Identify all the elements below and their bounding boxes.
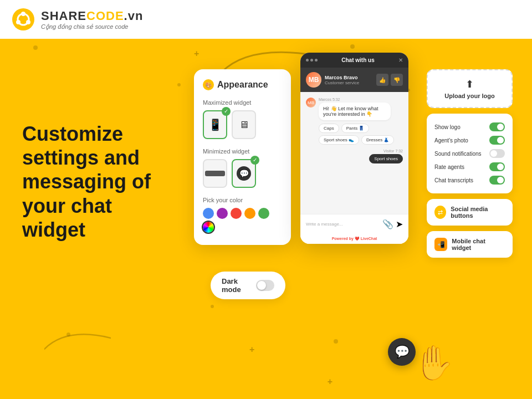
agent-avatar: MB bbox=[306, 72, 321, 88]
dark-mode-panel: Dark mode bbox=[211, 272, 285, 299]
dot1 bbox=[306, 59, 309, 62]
agent-name: Marcos Bravo bbox=[325, 75, 359, 80]
chat-header: Chat with us ✕ bbox=[300, 53, 408, 68]
rate-agents-row: Rate agents bbox=[434, 160, 505, 173]
hero-line3: messaging of bbox=[22, 170, 151, 193]
agent-info: MB Marcos Bravo Customer service bbox=[306, 72, 359, 88]
hero-text: Customize settings and messaging of your… bbox=[22, 122, 177, 242]
msg-timestamp: Marcos 5:32 bbox=[319, 98, 403, 101]
chat-window: Chat with us ✕ MB Marcos Bravo Customer … bbox=[300, 53, 408, 244]
color-swatch-rainbow[interactable] bbox=[203, 222, 214, 233]
logo-name: SHARECODE.vn bbox=[41, 9, 143, 23]
powered-by: Powered by ❤️ LiveChat bbox=[300, 234, 408, 244]
dark-mode-toggle[interactable] bbox=[256, 280, 274, 291]
chat-title: Chat with us bbox=[341, 57, 374, 63]
show-logo-toggle[interactable] bbox=[489, 122, 505, 131]
hero-line4: your chat widget bbox=[22, 195, 112, 241]
reply-shoes[interactable]: Sport shoes 👟 bbox=[319, 135, 359, 145]
attachment-icon[interactable]: 📎 bbox=[382, 219, 393, 229]
color-swatch-orange[interactable] bbox=[244, 208, 255, 219]
agent-bar: MB Marcos Bravo Customer service 👍 👎 bbox=[300, 68, 408, 92]
send-icon[interactable]: ➤ bbox=[396, 219, 403, 229]
widget-phone-option[interactable]: 📱 bbox=[203, 110, 227, 139]
close-icon[interactable]: ✕ bbox=[398, 57, 403, 63]
sound-notif-row: Sound notifications bbox=[434, 147, 505, 160]
agent-photo-toggle[interactable] bbox=[489, 136, 505, 145]
chat-messages: MB Marcos 5:32 Hi! 👋 Let me know what yo… bbox=[300, 92, 408, 214]
thumbs-up-btn[interactable]: 👍 bbox=[376, 74, 388, 86]
visitor-bubble: Sport shoes bbox=[369, 154, 403, 163]
panel-title: 🎨 Appearance bbox=[203, 79, 282, 90]
reply-caps[interactable]: Caps bbox=[319, 124, 339, 133]
quick-replies: Caps Pants 👖 Sport shoes 👟 Dresses 👗 bbox=[319, 124, 403, 145]
appearance-title: Appearance bbox=[217, 80, 268, 90]
upload-icon: ⬆ bbox=[433, 78, 506, 90]
show-logo-row: Show logo bbox=[434, 120, 505, 134]
hero-line1: Customize bbox=[22, 122, 123, 145]
logo-subtitle: Cộng đồng chia sẻ source code bbox=[41, 23, 143, 30]
logo-share: SHARE bbox=[41, 9, 86, 23]
rate-agents-label: Rate agents bbox=[434, 164, 464, 170]
logo: SHARECODE.vn Cộng đồng chia sẻ source co… bbox=[11, 7, 143, 32]
reply-pants[interactable]: Pants 👖 bbox=[341, 124, 370, 133]
visitor-timestamp: Visitor 7:32 bbox=[369, 149, 403, 153]
color-picker: Pick your color bbox=[203, 197, 282, 233]
chat-transcripts-label: Chat transcripts bbox=[434, 177, 473, 183]
logo-text: SHARECODE.vn Cộng đồng chia sẻ source co… bbox=[41, 9, 143, 30]
chat-transcripts-row: Chat transcripts bbox=[434, 173, 505, 187]
color-label: Pick your color bbox=[203, 197, 282, 203]
input-icons: 📎 ➤ bbox=[382, 219, 403, 229]
dot3 bbox=[315, 59, 318, 62]
social-icon: ⇄ bbox=[434, 206, 446, 219]
upload-logo-card[interactable]: ⬆ Upload your logo bbox=[427, 69, 513, 108]
livechat-brand: LiveChat bbox=[361, 237, 377, 241]
msg-bubble: Hi! 👋 Let me know what you're interested… bbox=[319, 103, 391, 120]
svg-point-2 bbox=[21, 12, 25, 16]
logo-code: CODE bbox=[86, 9, 124, 23]
agent-role: Customer service bbox=[325, 80, 359, 85]
logo-icon bbox=[11, 7, 35, 32]
minimized-circle-option[interactable]: 💬 bbox=[232, 159, 256, 188]
widget-desktop-option[interactable]: 🖥 bbox=[232, 110, 256, 139]
logo-vn: .vn bbox=[124, 9, 144, 23]
dark-mode-label: Dark mode bbox=[222, 277, 256, 294]
input-placeholder[interactable]: Write a message... bbox=[306, 222, 382, 227]
color-swatch-green[interactable] bbox=[258, 208, 269, 219]
show-logo-label: Show logo bbox=[434, 124, 461, 130]
dot2 bbox=[310, 59, 313, 62]
hand-cursor: 🤚 bbox=[413, 343, 454, 382]
color-swatches bbox=[203, 208, 282, 233]
minimized-bar-option[interactable] bbox=[203, 159, 227, 188]
svg-point-3 bbox=[16, 20, 21, 24]
sound-notif-toggle[interactable] bbox=[489, 149, 505, 158]
bar-icon bbox=[205, 171, 225, 176]
thumbs-down-btn[interactable]: 👎 bbox=[391, 74, 403, 86]
window-dots bbox=[306, 59, 318, 62]
circle-icon: 💬 bbox=[237, 166, 251, 181]
minimized-label: Minimized widget bbox=[203, 148, 282, 155]
agent-message-row: MB Marcos 5:32 Hi! 👋 Let me know what yo… bbox=[306, 98, 403, 145]
social-label: Social media buttons bbox=[451, 206, 505, 219]
appearance-panel: 🎨 Appearance Maximized widget 📱 🖥 Minimi… bbox=[194, 69, 291, 245]
desktop-icon: 🖥 bbox=[239, 119, 249, 131]
visitor-message-row: Visitor 7:32 Sport shoes bbox=[306, 149, 403, 163]
appearance-icon: 🎨 bbox=[203, 79, 214, 90]
hero-line2: settings and bbox=[22, 146, 140, 169]
phone-icon: 📱 bbox=[208, 118, 222, 131]
minimized-options: 💬 bbox=[203, 159, 282, 188]
color-swatch-purple[interactable] bbox=[217, 208, 228, 219]
msg-avatar: MB bbox=[306, 98, 316, 108]
color-swatch-blue[interactable] bbox=[203, 208, 214, 219]
agent-photo-label: Agent's photo bbox=[434, 137, 468, 144]
maximized-options: 📱 🖥 bbox=[203, 110, 282, 139]
color-swatch-red[interactable] bbox=[231, 208, 242, 219]
social-media-card[interactable]: ⇄ Social media buttons bbox=[427, 199, 513, 226]
chat-widget-button[interactable]: 💬 bbox=[388, 338, 416, 366]
right-panel: ⬆ Upload your logo Show logo Agent's pho… bbox=[427, 69, 513, 258]
maximized-label: Maximized widget bbox=[203, 99, 282, 106]
mobile-chat-card[interactable]: 📲 Mobile chat widget bbox=[427, 231, 513, 258]
agent-photo-row: Agent's photo bbox=[434, 134, 505, 147]
chat-transcripts-toggle[interactable] bbox=[489, 176, 505, 185]
rate-agents-toggle[interactable] bbox=[489, 162, 505, 171]
reply-dresses[interactable]: Dresses 👗 bbox=[361, 135, 395, 145]
